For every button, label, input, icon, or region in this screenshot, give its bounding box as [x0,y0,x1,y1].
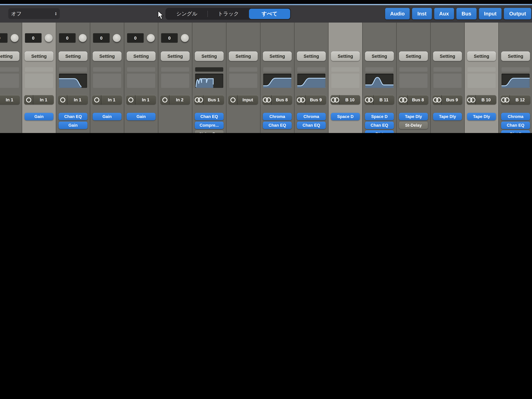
tab-single[interactable]: シングル [166,9,207,19]
plugin-slot[interactable]: Chan EQ [297,121,326,129]
setting-button[interactable]: Setting [0,51,19,61]
setting-button[interactable]: Setting [297,51,326,61]
input-slot[interactable]: Bus 9 [297,95,326,105]
plugin-slot[interactable]: Chan EQ [59,113,88,120]
input-gain-row: 0 [25,33,54,43]
mono-input-icon [126,95,135,105]
stereo-input-icon [501,95,510,105]
filter-inst-button[interactable]: Inst [412,8,432,19]
plugin-slot[interactable]: Gain [25,113,53,120]
plugin-slot[interactable]: Space D [365,113,394,120]
plugin-slot[interactable]: Chan EQ [195,113,224,120]
input-slot[interactable]: Bus 1 [194,95,224,105]
phase-button[interactable] [45,34,53,42]
eq-thumbnail[interactable] [127,74,155,88]
input-slot[interactable]: Input [228,95,258,105]
eq-thumbnail[interactable] [399,74,428,88]
eq-thumbnail[interactable] [433,74,462,88]
input-slot[interactable]: B 12 [501,95,530,105]
plugin-slot[interactable]: Gain [127,113,156,120]
mono-input-icon [58,95,67,105]
eq-thumbnail[interactable] [297,74,325,88]
input-label: Bus 8 [272,95,292,105]
phase-button[interactable] [79,34,87,42]
plugin-slot[interactable]: Chroma [297,113,326,120]
plugin-slot[interactable]: Tape Dly [433,113,462,120]
plugin-slot[interactable]: Chroma [501,113,530,120]
eq-thumbnail[interactable] [93,74,121,88]
plugin-slot[interactable]: Dist [365,130,394,133]
plugin-slot[interactable]: Tape Dly [399,113,428,120]
plugin-slot[interactable]: Gain [93,113,121,120]
setting-button[interactable]: Setting [263,51,292,61]
tab-tracks[interactable]: トラック [208,9,249,19]
filter-bus-button[interactable]: Bus [456,8,476,19]
filter-input-button[interactable]: Input [479,8,502,19]
setting-button[interactable]: Setting [161,51,190,61]
input-slot[interactable]: In 1 [126,95,156,105]
input-gain-display[interactable]: 0 [93,33,110,43]
input-slot[interactable]: Bus 8 [399,95,428,105]
eq-thumbnail[interactable] [0,74,19,88]
plugin-slot[interactable]: Dist II [501,130,530,133]
filter-output-button[interactable]: Output [504,8,531,19]
input-slot[interactable]: Bus 9 [433,95,462,105]
plugin-slot[interactable]: Chan EQ [365,121,394,129]
channel-strip: SettingBus 9Tape DlySt OutRead0.00369121… [431,23,465,133]
setting-button[interactable]: Setting [93,51,121,61]
eq-thumbnail[interactable] [365,74,393,88]
input-slot[interactable]: B 10 [467,95,496,105]
input-slot[interactable]: In 1 [0,95,20,105]
eq-thumbnail[interactable] [25,74,53,88]
input-slot[interactable]: In 1 [92,95,122,105]
input-gain-display[interactable]: 0 [127,33,144,43]
eq-thumbnail[interactable] [229,74,257,88]
eq-thumbnail[interactable] [195,74,223,88]
setting-button[interactable]: Setting [467,51,496,61]
plugin-slot[interactable]: Chan EQ [501,121,530,129]
filter-audio-button[interactable]: Audio [385,8,410,19]
setting-button[interactable]: Setting [25,51,53,61]
setting-button[interactable]: Setting [331,51,360,61]
setting-button[interactable]: Setting [399,51,428,61]
eq-thumbnail[interactable] [468,74,496,88]
plugin-slot[interactable]: Noise G... [195,130,224,133]
setting-button[interactable]: Setting [501,51,530,61]
setting-button[interactable]: Setting [195,51,224,61]
input-gain-display[interactable]: 0 [59,33,76,43]
setting-button[interactable]: Setting [229,51,258,61]
plugin-slot[interactable]: Chroma [263,113,292,120]
eq-thumbnail[interactable] [331,74,359,88]
phase-button[interactable] [181,34,189,42]
setting-button[interactable]: Setting [433,51,462,61]
input-slot[interactable]: In 1 [24,95,54,105]
eq-thumbnail[interactable] [161,74,189,88]
setting-button[interactable]: Setting [365,51,394,61]
input-gain-display[interactable]: 0 [25,33,42,43]
input-gain-display[interactable]: 0 [0,33,7,43]
input-gain-display[interactable]: 0 [161,33,178,43]
phase-button[interactable] [147,34,155,42]
eq-thumbnail[interactable] [501,74,530,88]
input-slot[interactable]: In 1 [58,95,88,105]
plugin-slot[interactable]: Space D [331,113,360,120]
input-gain-row: 0 [93,33,122,43]
eq-thumbnail[interactable] [263,74,291,88]
filter-aux-button[interactable]: Aux [434,8,454,19]
tab-all[interactable]: すべて [249,9,290,19]
eq-thumbnail[interactable] [59,74,87,88]
input-slot[interactable]: B 10 [330,95,360,105]
input-slot[interactable]: Bus 8 [262,95,292,105]
plugin-slot[interactable]: Gain [59,121,88,129]
plugin-slot[interactable]: Compre... [195,121,224,129]
plugin-slot[interactable]: Tape Dly [467,113,496,120]
phase-button[interactable] [11,34,19,42]
input-slot[interactable]: B 11 [365,95,394,105]
automation-mode-select[interactable]: オフ ▲▼ [8,8,60,19]
setting-button[interactable]: Setting [59,51,88,61]
setting-button[interactable]: Setting [127,51,156,61]
plugin-slot[interactable]: St-Delay [399,121,428,129]
phase-button[interactable] [113,34,121,42]
plugin-slot[interactable]: Chan EQ [263,121,292,129]
input-slot[interactable]: In 2 [160,95,190,105]
